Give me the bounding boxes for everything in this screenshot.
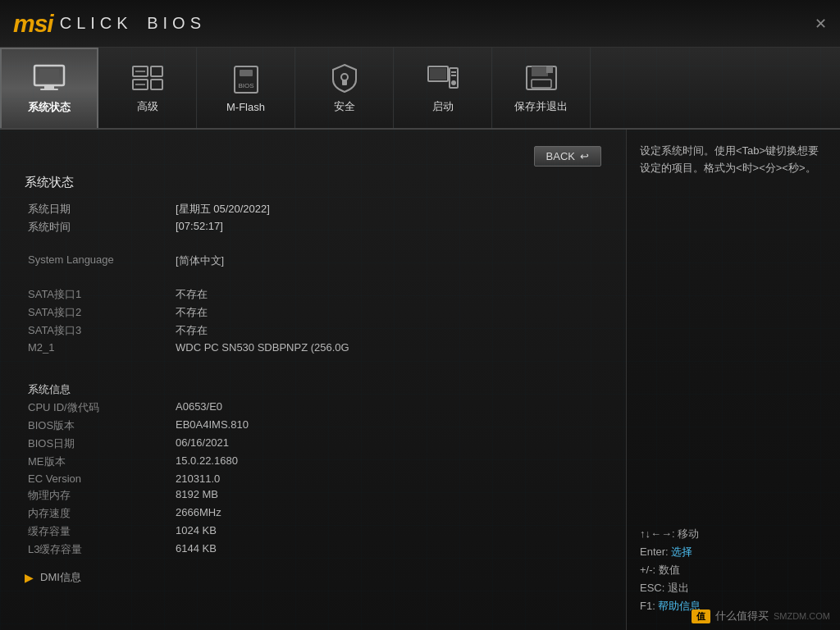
table-row: SATA接口2不存在	[25, 304, 601, 322]
watermark: 值 什么值得买 SMZDM.COM	[692, 609, 830, 623]
nav-icon-advanced	[128, 62, 167, 94]
nav-item-security[interactable]: 安全	[295, 48, 394, 128]
watermark-badge: 值	[692, 609, 710, 623]
nav-item-save[interactable]: 保存并退出	[492, 48, 591, 128]
right-panel: 设定系统时间。使用<Tab>键切换想要设定的项目。格式为<时><分><秒>。 ↑…	[627, 130, 840, 630]
nav-icon-system	[30, 62, 69, 95]
svg-rect-3	[40, 89, 58, 90]
svg-rect-23	[546, 66, 553, 73]
svg-rect-19	[451, 71, 456, 73]
svg-rect-6	[151, 66, 162, 76]
shortcuts: ↑↓←→: 移动Enter: 选择+/-: 数值ESC: 退出F1: 帮助信息	[640, 527, 827, 617]
svg-rect-7	[151, 80, 162, 89]
svg-point-18	[451, 80, 456, 85]
table-row: 物理内存8192 MB	[25, 486, 601, 504]
shortcut-action: 移动	[678, 527, 699, 540]
svg-rect-22	[532, 66, 548, 76]
section-title: 系统状态	[25, 175, 601, 190]
back-arrow-icon: ↩	[580, 150, 589, 162]
svg-text:BIOS: BIOS	[238, 82, 253, 89]
table-row	[25, 270, 601, 285]
svg-rect-2	[44, 86, 54, 89]
content-panel: BACK ↩ 系统状态 系统日期[星期五 05/20/2022]系统时间[07:…	[0, 130, 627, 630]
shortcut-action: 选择	[671, 546, 692, 558]
nav-label-save: 保存并退出	[514, 99, 568, 114]
nav-item-advanced[interactable]: 高级	[98, 48, 197, 128]
nav-label-system: 系统状态	[28, 100, 71, 115]
shortcut-key: F1:	[640, 600, 658, 612]
nav-item-mflash[interactable]: BIOSM-Flash	[197, 48, 295, 128]
shortcut-action: 退出	[668, 582, 689, 594]
shortcut-item: +/-: 数值	[640, 563, 827, 578]
main-area: BACK ↩ 系统状态 系统日期[星期五 05/20/2022]系统时间[07:…	[0, 130, 840, 630]
table-row: SATA接口1不存在	[25, 285, 601, 304]
navbar: 系统状态高级BIOSM-Flash安全启动保存并退出	[0, 48, 840, 130]
table-row: BIOS版本EB0A4IMS.810	[25, 417, 601, 435]
table-row: 系统日期[星期五 05/20/2022]	[25, 200, 601, 218]
table-row: ME版本15.0.22.1680	[25, 453, 601, 471]
close-button[interactable]: ✕	[810, 14, 830, 34]
svg-rect-11	[240, 70, 253, 76]
nav-icon-security	[325, 62, 364, 94]
shortcut-action: 数值	[659, 564, 680, 576]
back-button[interactable]: BACK ↩	[534, 146, 601, 167]
click-bios-brand: CLICK BIOS	[60, 14, 206, 33]
table-row: 系统时间[07:52:17]	[25, 218, 601, 236]
nav-item-boot[interactable]: 启动	[394, 48, 492, 128]
table-row: 缓存容量1024 KB	[25, 523, 601, 541]
table-row: 内存速度2666MHz	[25, 504, 601, 523]
table-row: M2_1WDC PC SN530 SDBPNPZ (256.0G	[25, 340, 601, 355]
table-row: 系统信息	[25, 371, 601, 399]
table-row	[25, 355, 601, 371]
svg-rect-20	[451, 75, 456, 76]
shortcut-key: ↑↓←→:	[640, 527, 678, 540]
svg-rect-1	[39, 69, 59, 82]
help-text: 设定系统时间。使用<Tab>键切换想要设定的项目。格式为<时><分><秒>。	[640, 143, 827, 177]
svg-rect-16	[430, 68, 446, 80]
watermark-site: SMZDM.COM	[774, 611, 830, 621]
table-row: L3缓存容量6144 KB	[25, 541, 601, 559]
shortcut-item: ESC: 退出	[640, 581, 827, 596]
shortcut-key: +/-:	[640, 564, 659, 576]
back-button-row: BACK ↩	[25, 146, 601, 167]
shortcut-key: Enter:	[640, 546, 671, 558]
nav-label-boot: 启动	[432, 99, 454, 114]
table-row: CPU ID/微代码A0653/E0	[25, 399, 601, 417]
nav-icon-save	[522, 62, 561, 94]
table-row: EC Version210311.0	[25, 471, 601, 486]
nav-icon-boot	[423, 62, 463, 94]
shortcut-item: ↑↓←→: 移动	[640, 527, 827, 541]
msi-logo: msi CLICK BIOS	[13, 10, 206, 38]
table-row: System Language[简体中文]	[25, 252, 601, 270]
shortcut-item: Enter: 选择	[640, 545, 827, 559]
svg-rect-14	[342, 80, 347, 85]
watermark-text: 什么值得买	[715, 609, 769, 623]
shortcut-key: ESC:	[640, 582, 668, 594]
dmi-label: DMI信息	[40, 570, 81, 585]
table-row	[25, 236, 601, 252]
dmi-row[interactable]: ▶ DMI信息	[25, 570, 601, 585]
nav-item-system[interactable]: 系统状态	[0, 48, 98, 128]
nav-label-mflash: M-Flash	[226, 101, 265, 113]
nav-label-advanced: 高级	[137, 99, 158, 114]
svg-rect-24	[532, 80, 551, 88]
dmi-arrow-icon: ▶	[25, 571, 34, 584]
nav-label-security: 安全	[334, 99, 355, 114]
titlebar: msi CLICK BIOS ✕	[0, 0, 840, 48]
table-row: BIOS日期06/16/2021	[25, 435, 601, 453]
table-row: SATA接口3不存在	[25, 322, 601, 340]
system-info-table: 系统日期[星期五 05/20/2022]系统时间[07:52:17] Syste…	[25, 200, 601, 559]
svg-point-13	[341, 74, 348, 80]
nav-icon-mflash: BIOS	[226, 63, 266, 96]
msi-brand: msi	[13, 10, 53, 38]
